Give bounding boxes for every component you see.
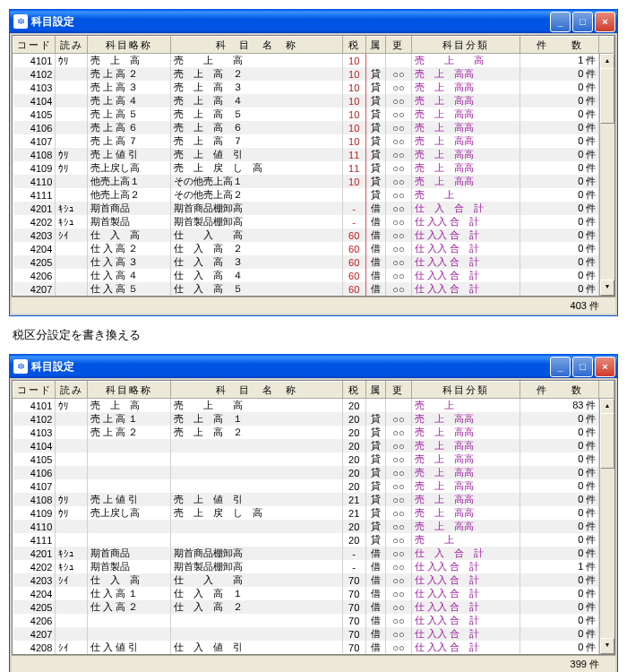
cell-upd[interactable]: ○○ [386, 439, 412, 452]
cell-read[interactable] [56, 600, 88, 614]
cell-code[interactable]: 4106 [13, 121, 56, 134]
cell-abbr[interactable]: 仕 入 高 ２ [88, 600, 170, 614]
cell-code[interactable]: 4202 [13, 560, 56, 573]
cell-tax[interactable]: - [342, 560, 365, 573]
cell-tax[interactable]: 60 [342, 228, 365, 242]
cell-abbr[interactable]: 仕 入 高 [88, 228, 170, 242]
cell-code[interactable]: 4104 [13, 439, 56, 452]
cell-count[interactable]: 0 件 [520, 108, 599, 121]
cell-read[interactable]: ｳﾘ [56, 493, 88, 506]
cell-attr[interactable]: 借 [365, 587, 386, 600]
cell-abbr[interactable] [88, 520, 170, 533]
cell-attr[interactable]: 貸 [365, 148, 386, 161]
cell-attr[interactable]: 貸 [365, 175, 386, 188]
cell-tax[interactable]: 10 [342, 175, 365, 188]
cell-name[interactable]: 売 上 戻 し 高 [170, 506, 342, 520]
table-row[interactable]: 4101ｳﾘ売 上 高売 上 高20売 上83 件 [13, 399, 614, 413]
cell-attr[interactable]: 借 [365, 269, 386, 282]
col-category[interactable]: 科目分類 [411, 37, 520, 54]
cell-code[interactable]: 4101 [13, 54, 56, 68]
col-tax[interactable]: 税 [342, 37, 365, 54]
cell-upd[interactable] [386, 54, 412, 68]
cell-abbr[interactable]: 売 上 高 ２ [88, 426, 170, 439]
scroll-down-button[interactable]: ▼ [600, 280, 614, 296]
cell-name[interactable]: 売 上 高 ５ [170, 108, 342, 121]
cell-read[interactable]: ｷｼｭ [56, 560, 88, 573]
cell-name[interactable]: 売 上 高 １ [170, 412, 342, 426]
cell-name[interactable]: 仕 入 高 １ [170, 587, 342, 600]
cell-upd[interactable]: ○○ [386, 202, 412, 215]
cell-category[interactable]: 売 上 高高 [411, 520, 520, 533]
cell-read[interactable] [56, 94, 88, 108]
table-row[interactable]: 4201ｷｼｭ期首商品期首商品棚卸高-借○○仕 入 合 計0 件 [13, 202, 614, 215]
cell-tax[interactable]: 70 [342, 587, 365, 600]
cell-category[interactable]: 売 上 高高 [411, 506, 520, 520]
cell-upd[interactable]: ○○ [386, 121, 412, 134]
cell-name[interactable]: 期首製品棚卸高 [170, 215, 342, 228]
cell-upd[interactable] [386, 399, 412, 413]
cell-name[interactable]: 売 上 高 ６ [170, 121, 342, 134]
cell-read[interactable] [56, 587, 88, 600]
cell-abbr[interactable] [88, 466, 170, 479]
scroll-down-button[interactable]: ▼ [600, 638, 614, 654]
cell-tax[interactable]: 10 [342, 108, 365, 121]
cell-count[interactable]: 0 件 [520, 493, 599, 506]
cell-attr[interactable]: 借 [365, 547, 386, 560]
cell-name[interactable]: 期首商品棚卸高 [170, 547, 342, 560]
cell-abbr[interactable]: 売 上 高 ７ [88, 134, 170, 148]
cell-attr[interactable]: 貸 [365, 426, 386, 439]
cell-tax[interactable]: 20 [342, 466, 365, 479]
cell-count[interactable]: 0 件 [520, 228, 599, 242]
cell-read[interactable] [56, 108, 88, 121]
cell-read[interactable]: ｼｲ [56, 641, 88, 654]
cell-code[interactable]: 4201 [13, 547, 56, 560]
cell-category[interactable]: 売 上 高高 [411, 67, 520, 81]
cell-count[interactable]: 0 件 [520, 506, 599, 520]
cell-abbr[interactable]: 仕 入 高 １ [88, 587, 170, 600]
col-attr[interactable]: 属 [365, 37, 386, 54]
table-row[interactable]: 4204仕 入 高 ２仕 入 高 ２60借○○仕 入入 合 計0 件 [13, 242, 614, 255]
cell-tax[interactable]: 60 [342, 242, 365, 255]
cell-count[interactable]: 1 件 [520, 560, 599, 573]
table-row[interactable]: 4103売 上 高 ３売 上 高 ３10貸○○売 上 高高0 件 [13, 81, 614, 94]
cell-category[interactable]: 仕 入入 合 計 [411, 560, 520, 573]
cell-code[interactable]: 4111 [13, 533, 56, 547]
cell-abbr[interactable]: 期首商品 [88, 547, 170, 560]
cell-upd[interactable]: ○○ [386, 600, 412, 614]
table-row[interactable]: 4207仕 入 高 ５仕 入 高 ５60借○○仕 入入 合 計0 件 [13, 282, 614, 296]
cell-category[interactable]: 売 上 [411, 188, 520, 202]
cell-upd[interactable]: ○○ [386, 255, 412, 269]
cell-attr[interactable]: 借 [365, 255, 386, 269]
cell-upd[interactable]: ○○ [386, 627, 412, 641]
cell-tax[interactable] [342, 188, 365, 202]
cell-count[interactable]: 0 件 [520, 627, 599, 641]
cell-code[interactable]: 4111 [13, 188, 56, 202]
cell-category[interactable]: 仕 入入 合 計 [411, 282, 520, 296]
cell-abbr[interactable] [88, 533, 170, 547]
cell-attr[interactable]: 貸 [365, 81, 386, 94]
cell-abbr[interactable]: 期首商品 [88, 202, 170, 215]
cell-name[interactable]: 仕 入 高 ３ [170, 255, 342, 269]
cell-count[interactable]: 0 件 [520, 242, 599, 255]
cell-abbr[interactable]: 売 上 値 引 [88, 148, 170, 161]
cell-upd[interactable]: ○○ [386, 67, 412, 81]
cell-code[interactable]: 4203 [13, 228, 56, 242]
cell-count[interactable]: 0 件 [520, 641, 599, 654]
cell-name[interactable]: 売 上 値 引 [170, 148, 342, 161]
cell-attr[interactable]: 貸 [365, 94, 386, 108]
cell-read[interactable] [56, 81, 88, 94]
cell-code[interactable]: 4106 [13, 466, 56, 479]
table-row[interactable]: 4105売 上 高 ５売 上 高 ５10貸○○売 上 高高0 件 [13, 108, 614, 121]
cell-count[interactable]: 0 件 [520, 134, 599, 148]
cell-abbr[interactable]: 売上戻し高 [88, 161, 170, 175]
table-row[interactable]: 4107売 上 高 ７売 上 高 ７10貸○○売 上 高高0 件 [13, 134, 614, 148]
cell-read[interactable]: ｳﾘ [56, 506, 88, 520]
cell-category[interactable]: 仕 入入 合 計 [411, 255, 520, 269]
cell-abbr[interactable]: 仕 入 高 [88, 573, 170, 587]
cell-attr[interactable]: 貸 [365, 67, 386, 81]
cell-name[interactable]: 売 上 高 ３ [170, 81, 342, 94]
cell-count[interactable]: 0 件 [520, 175, 599, 188]
cell-count[interactable]: 0 件 [520, 188, 599, 202]
cell-count[interactable]: 0 件 [520, 587, 599, 600]
cell-upd[interactable]: ○○ [386, 81, 412, 94]
